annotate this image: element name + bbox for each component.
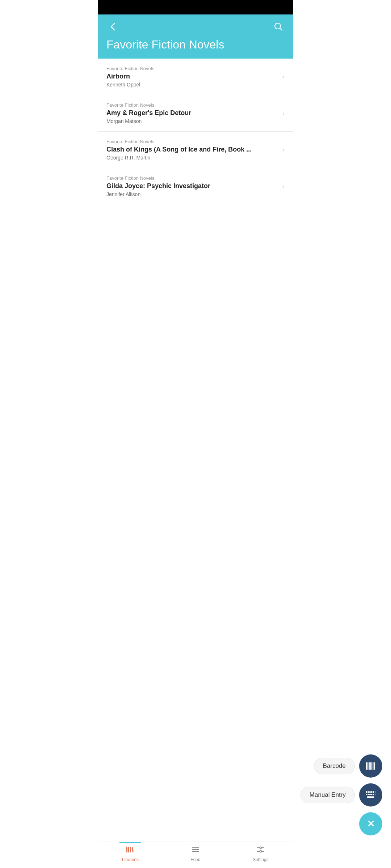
- settings-icon: [256, 846, 265, 856]
- book-author: George R.R. Martin: [106, 155, 278, 161]
- chevron-right-icon: ›: [282, 146, 285, 154]
- nav-item-libraries[interactable]: Libraries: [98, 846, 163, 862]
- book-author: Kenneth Oppel: [106, 82, 278, 88]
- book-author: Morgan Matson: [106, 118, 278, 124]
- book-title: Clash of Kings (A Song of Ice and Fire, …: [106, 146, 278, 153]
- book-list: Favorite Fiction Novels Airborn Kenneth …: [98, 59, 293, 241]
- nav-active-indicator: [119, 842, 141, 843]
- list-item[interactable]: Favorite Fiction Novels Clash of Kings (…: [98, 132, 293, 168]
- book-title: Airborn: [106, 73, 278, 80]
- list-item[interactable]: Favorite Fiction Novels Amy & Roger's Ep…: [98, 95, 293, 132]
- nav-label-settings: Settings: [253, 857, 268, 862]
- svg-rect-20: [128, 847, 129, 852]
- chevron-right-icon: ›: [282, 183, 285, 190]
- page-title: Favorite Fiction Novels: [106, 38, 285, 59]
- feed-icon: [191, 846, 200, 856]
- chevron-right-icon: ›: [282, 73, 285, 81]
- bottom-nav: Libraries Feed Settings: [98, 842, 293, 868]
- svg-rect-21: [130, 847, 131, 852]
- book-category: Favorite Fiction Novels: [106, 102, 278, 108]
- book-title: Gilda Joyce: Psychic Investigator: [106, 182, 278, 190]
- nav-item-feed[interactable]: Feed: [163, 846, 228, 862]
- nav-label-feed: Feed: [190, 857, 200, 862]
- svg-point-30: [260, 851, 262, 852]
- nav-item-settings[interactable]: Settings: [228, 846, 293, 862]
- back-button[interactable]: [106, 20, 119, 33]
- search-button[interactable]: [272, 21, 285, 33]
- libraries-icon: [126, 846, 135, 856]
- list-item[interactable]: Favorite Fiction Novels Airborn Kenneth …: [98, 59, 293, 95]
- book-category: Favorite Fiction Novels: [106, 139, 278, 144]
- svg-rect-19: [126, 847, 127, 852]
- book-title: Amy & Roger's Epic Detour: [106, 109, 278, 117]
- status-bar: [98, 0, 293, 14]
- header: Favorite Fiction Novels: [98, 14, 293, 59]
- book-category: Favorite Fiction Novels: [106, 66, 278, 71]
- svg-point-27: [260, 847, 262, 849]
- book-author: Jennifer Allison: [106, 191, 278, 197]
- svg-rect-22: [132, 847, 134, 852]
- list-item[interactable]: Favorite Fiction Novels Gilda Joyce: Psy…: [98, 168, 293, 204]
- chevron-right-icon: ›: [282, 110, 285, 117]
- nav-label-libraries: Libraries: [122, 857, 139, 862]
- book-category: Favorite Fiction Novels: [106, 175, 278, 181]
